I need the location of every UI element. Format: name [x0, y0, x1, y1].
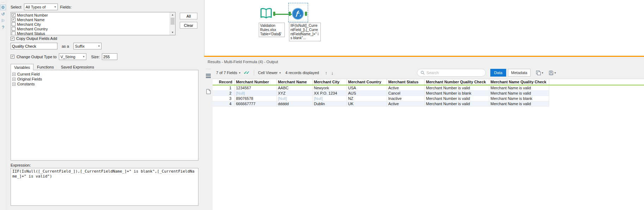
- tab-functions[interactable]: Functions: [33, 64, 57, 70]
- field-item[interactable]: Merchant Status: [12, 31, 174, 35]
- up-arrow-icon[interactable]: ↑: [325, 70, 327, 76]
- input-data-tool[interactable]: [259, 7, 273, 20]
- data-cell[interactable]: XX P.O. 1234: [312, 91, 346, 96]
- tool-annotation[interactable]: IIF(IsNull([_CurrentField_]),[_CurrentFi…: [289, 23, 321, 41]
- data-cell[interactable]: [Null]: [276, 96, 312, 101]
- metadata-tab-button[interactable]: Metadata: [508, 69, 530, 77]
- record-number-cell[interactable]: 1: [213, 85, 234, 91]
- field-checkbox[interactable]: ✓: [12, 13, 16, 17]
- column-header[interactable]: Record: [213, 79, 234, 85]
- clear-button[interactable]: Clear: [180, 22, 197, 29]
- refresh-icon[interactable]: ↺: [0, 11, 6, 17]
- field-checkbox[interactable]: [12, 31, 16, 35]
- multi-field-formula-tool[interactable]: x: [291, 7, 305, 20]
- expander-icon[interactable]: +: [12, 73, 16, 76]
- data-cell[interactable]: Merchant Number is valid: [424, 85, 489, 91]
- data-cell[interactable]: [Null]: [234, 91, 276, 96]
- size-input[interactable]: [102, 53, 117, 60]
- column-header[interactable]: Merchant City: [312, 79, 346, 85]
- input-anchor[interactable]: [289, 12, 291, 16]
- data-cell[interactable]: [Null]: [312, 96, 346, 101]
- fields-list-scrollbar[interactable]: ▲ ▼: [170, 12, 175, 35]
- data-cell[interactable]: UK: [346, 101, 387, 107]
- field-checkbox[interactable]: ✓: [12, 18, 16, 22]
- tree-item[interactable]: +Current Field: [12, 72, 197, 77]
- field-checkbox[interactable]: [12, 27, 16, 31]
- data-cell[interactable]: Merchant Name is valid: [489, 91, 549, 96]
- data-cell[interactable]: 1234567: [234, 85, 276, 91]
- data-cell[interactable]: Newyork: [312, 85, 346, 91]
- output-anchor[interactable]: [305, 12, 307, 16]
- field-type-dropdown[interactable]: All Types of ▾: [24, 4, 58, 10]
- field-item[interactable]: Merchant Country: [12, 26, 174, 31]
- output-anchor[interactable]: [273, 12, 275, 16]
- record-number-cell[interactable]: 2: [213, 91, 234, 96]
- affix-dropdown[interactable]: Suffix ▾: [73, 43, 102, 49]
- scroll-up-icon[interactable]: ▲: [170, 12, 175, 17]
- output-name-input[interactable]: [11, 43, 57, 49]
- data-cell[interactable]: Merchant Number is valid: [424, 96, 489, 101]
- field-item[interactable]: ✓Merchant Name: [12, 17, 174, 22]
- data-cell[interactable]: NZ: [346, 96, 387, 101]
- data-cell[interactable]: Active: [387, 85, 424, 91]
- data-cell[interactable]: Merchant Number is valid: [424, 101, 489, 107]
- table-row[interactable]: 389076578[Null][Null]NZInactiveMerchant …: [213, 96, 644, 101]
- tool-annotation[interactable]: Validation Rules.xlsx Table='Data$': [259, 23, 285, 37]
- cell-viewer-page-icon[interactable]: [205, 88, 211, 95]
- scroll-down-icon[interactable]: ▼: [170, 30, 175, 35]
- column-header[interactable]: Merchant Name Quality Check: [489, 79, 549, 85]
- column-header[interactable]: Merchant Status: [387, 79, 424, 85]
- row-layout-icon[interactable]: [205, 73, 211, 79]
- record-number-cell[interactable]: 3: [213, 96, 234, 101]
- table-row[interactable]: 2[Null]XYZXX P.O. 1234AUSCancelMerchant …: [213, 91, 644, 96]
- field-item[interactable]: Merchant City: [12, 22, 174, 26]
- gear-icon[interactable]: ⚙: [0, 5, 6, 10]
- all-button[interactable]: All: [180, 13, 197, 19]
- data-cell[interactable]: USA: [346, 85, 387, 91]
- search-input[interactable]: [427, 71, 482, 75]
- cell-viewer-dropdown[interactable]: Cell Viewer: [258, 71, 277, 75]
- data-cell[interactable]: ddddd: [276, 101, 312, 107]
- data-cell[interactable]: AABC: [276, 85, 312, 91]
- field-item[interactable]: ✓Merchant Number: [12, 13, 174, 17]
- search-box[interactable]: [417, 69, 486, 77]
- data-cell[interactable]: Merchant Name is valid: [489, 101, 549, 107]
- data-cell[interactable]: Dublin: [312, 101, 346, 107]
- record-number-cell[interactable]: 4: [213, 101, 234, 107]
- help-icon[interactable]: ?: [0, 25, 6, 30]
- data-cell[interactable]: Merchant Number is blank: [424, 91, 489, 96]
- tab-saved-expressions[interactable]: Saved Expressions: [57, 64, 98, 70]
- column-header[interactable]: Merchant Number: [234, 79, 276, 85]
- fields-summary-dropdown[interactable]: 7 of 7 Fields: [216, 71, 237, 75]
- save-results-button[interactable]: ▾: [548, 70, 556, 76]
- data-cell[interactable]: AUS: [346, 91, 387, 96]
- expression-editor[interactable]: IIF(IsNull([_CurrentField_]),[_CurrentFi…: [11, 168, 198, 206]
- apply-checkmarks-icon[interactable]: ✓✓: [244, 70, 249, 75]
- data-cell[interactable]: Inactive: [387, 96, 424, 101]
- change-type-checkbox[interactable]: ✓: [11, 55, 14, 59]
- column-header[interactable]: Merchant Country: [346, 79, 387, 85]
- copy-table-button[interactable]: ▾: [536, 70, 543, 76]
- down-arrow-icon[interactable]: ↓: [331, 70, 333, 76]
- output-type-dropdown[interactable]: V_String ▾: [59, 53, 86, 60]
- workflow-canvas[interactable]: Validation Rules.xlsx Table='Data$' x II…: [204, 0, 644, 56]
- data-tab-button[interactable]: Data: [490, 69, 506, 77]
- scrollbar-thumb[interactable]: [171, 18, 174, 25]
- chevron-down-icon[interactable]: ▾: [239, 71, 240, 74]
- expander-icon[interactable]: +: [12, 83, 16, 86]
- data-cell[interactable]: 666667777: [234, 101, 276, 107]
- data-cell[interactable]: Merchant Name is valid: [489, 85, 549, 91]
- tree-item[interactable]: +Original Fields: [12, 77, 197, 82]
- copy-output-checkbox[interactable]: ✓: [11, 37, 14, 41]
- column-header[interactable]: Merchant Number Quality Check: [424, 79, 489, 85]
- tab-variables[interactable]: Variables: [11, 64, 33, 70]
- chevron-down-icon[interactable]: ▾: [279, 71, 281, 74]
- data-cell[interactable]: Merchant Name is blank: [489, 96, 549, 101]
- data-cell[interactable]: 89076578: [234, 96, 276, 101]
- data-cell[interactable]: XYZ: [276, 91, 312, 96]
- field-checkbox[interactable]: [12, 22, 16, 26]
- data-cell[interactable]: Cancel: [387, 91, 424, 96]
- tag-icon[interactable]: ⚐: [0, 18, 6, 24]
- data-cell[interactable]: Active: [387, 101, 424, 107]
- expander-icon[interactable]: +: [12, 78, 16, 81]
